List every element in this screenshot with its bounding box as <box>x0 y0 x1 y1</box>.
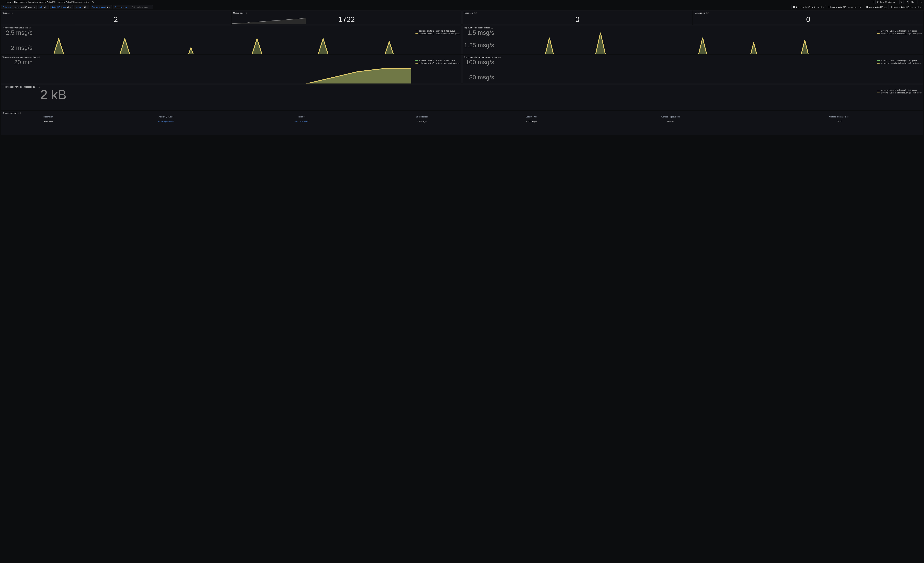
var-queue-name-input[interactable] <box>130 6 153 8</box>
panel-enqueue-rate[interactable]: Top queues by enqueue ratei 0 msg/s0.5 m… <box>1 25 462 54</box>
link-topic-overview[interactable]: Apache ActiveMQ topic overview <box>890 5 923 9</box>
stat-value: 1722 <box>338 15 355 24</box>
info-icon[interactable]: i <box>491 27 493 29</box>
info-icon[interactable]: i <box>244 12 247 14</box>
info-icon[interactable]: i <box>38 56 40 58</box>
legend-item[interactable]: activemq-cluster-1 - activemq-0 - test-q… <box>877 89 922 91</box>
time-range-picker[interactable]: Last 30 minutes ▾ <box>875 0 898 4</box>
legend: activemq-cluster-1 - activemq-0 - test-q… <box>877 30 922 54</box>
info-icon[interactable]: i <box>11 12 13 14</box>
summary-table: DestinationActiveMQ clusterInstanceEnque… <box>1 115 923 124</box>
var-queue-name[interactable]: Queue by name <box>113 5 153 9</box>
panel-expand-icon[interactable] <box>919 0 923 4</box>
svg-line-4 <box>92 2 93 2</box>
info-icon[interactable]: i <box>474 12 477 14</box>
share-icon[interactable] <box>92 0 94 3</box>
panel-dequeue-rate[interactable]: Top queues by dequeue ratei 0 msg/s0.25 … <box>462 25 923 54</box>
legend-item[interactable]: activemq-cluster-0 - static:activemq-0 -… <box>416 33 460 35</box>
var-label: Queue by name <box>113 5 129 9</box>
chart-canvas[interactable]: 0 msg/s0.25 msg/s0.5 msg/s0.75 msg/s1 ms… <box>464 30 876 54</box>
var-cluster[interactable]: ActiveMQ cluster All ▾ <box>51 5 73 9</box>
info-icon[interactable]: i <box>498 56 501 58</box>
info-icon[interactable]: i <box>18 112 21 114</box>
table-row[interactable]: test-queueactivemq-cluster-0static:activ… <box>1 119 923 124</box>
legend-item[interactable]: activemq-cluster-1 - activemq-0 - test-q… <box>877 30 922 32</box>
panel-title: Top queues by enqueue rate <box>2 27 28 29</box>
var-job[interactable]: Job All ▾ <box>38 5 49 9</box>
settings-icon[interactable] <box>870 0 874 4</box>
link-logs[interactable]: Apache ActiveMQ logs <box>864 5 889 9</box>
legend-item[interactable]: activemq-cluster-1 - activemq-0 - test-q… <box>416 30 460 32</box>
stat-value: 0 <box>806 15 810 24</box>
link-cluster-overview[interactable]: Apache ActiveMQ cluster overview <box>791 5 826 9</box>
table-cell: test-queue <box>1 119 96 124</box>
panel-expired-rate[interactable]: Top queues by expired message ratei 0 ms… <box>462 55 923 84</box>
svg-text:2.5 msg/s: 2.5 msg/s <box>6 30 33 36</box>
svg-point-1 <box>92 1 92 2</box>
chart-canvas[interactable]: 0 msg/s20 msg/s40 msg/s60 msg/s80 msg/s1… <box>464 60 876 84</box>
var-label: Top queue count <box>92 6 106 8</box>
legend-item[interactable]: activemq-cluster-0 - static:activemq-0 -… <box>877 92 922 94</box>
legend-item[interactable]: activemq-cluster-0 - static:activemq-0 -… <box>877 33 922 35</box>
crumb-home[interactable]: Home <box>6 1 11 3</box>
breadcrumbs: Home› Dashboards› Integration - Apache A… <box>6 1 90 3</box>
crumb-dashboards[interactable]: Dashboards <box>14 1 25 3</box>
chart-canvas[interactable]: 0 B500 B1 kB1.50 kB2 kB13:47:0013:48:001… <box>2 89 876 110</box>
var-value: All <box>44 6 45 8</box>
var-topn[interactable]: Top queue count 4 ▾ <box>90 5 112 9</box>
legend-swatch <box>416 60 418 61</box>
var-label: ActiveMQ cluster <box>52 6 66 8</box>
table-header[interactable]: Dequeue rate <box>477 115 587 119</box>
crumb-integration[interactable]: Integration - Apache ActiveMQ <box>28 1 56 3</box>
panel-queue-summary[interactable]: Queue summaryi DestinationActiveMQ clust… <box>1 111 923 135</box>
legend-item[interactable]: activemq-cluster-0 - static:activemq-0 -… <box>877 62 922 64</box>
info-icon[interactable]: i <box>38 86 40 88</box>
dashboard-icon <box>891 6 893 8</box>
refresh-icon[interactable] <box>904 0 909 4</box>
legend-swatch <box>877 63 880 64</box>
panel-queue-size[interactable]: Queue sizei 1722 <box>231 10 462 25</box>
panel-enqueue-time[interactable]: Top queues by average enqueue timei 10 m… <box>1 55 462 84</box>
panel-producers[interactable]: Producersi 0 <box>462 10 693 25</box>
dashboard-icon <box>829 6 831 8</box>
svg-text:100 msg/s: 100 msg/s <box>466 60 494 66</box>
zoom-out-icon[interactable] <box>899 0 903 4</box>
chevron-down-icon: ▾ <box>896 1 897 3</box>
legend-swatch <box>877 93 880 93</box>
panel-queues[interactable]: Queuesi 2 <box>1 10 231 25</box>
refresh-interval-picker[interactable]: 30s ▾ <box>910 0 918 4</box>
table-header[interactable]: Average message size <box>754 115 923 119</box>
legend-item[interactable]: activemq-cluster-0 - static:activemq-0 -… <box>416 62 460 64</box>
var-label: Data source <box>3 6 13 8</box>
table-cell: 0.333 msg/s <box>477 119 587 124</box>
legend-item[interactable]: activemq-cluster-1 - activemq-0 - test-q… <box>416 60 460 61</box>
table-cell[interactable]: activemq-cluster-0 <box>96 119 236 124</box>
dashboard-icon <box>793 6 795 8</box>
panel-consumers[interactable]: Consumersi 0 <box>693 10 923 25</box>
table-header[interactable]: ActiveMQ cluster <box>96 115 236 119</box>
svg-text:80 msg/s: 80 msg/s <box>469 74 494 81</box>
panel-msg-size[interactable]: Top queues by average message sizei 0 B5… <box>1 84 923 110</box>
svg-text:2 msg/s: 2 msg/s <box>11 44 33 51</box>
dashboard-grid: Queuesi 2 Queue sizei 1722 Producersi <box>0 10 924 136</box>
table-header[interactable]: Destination <box>1 115 96 119</box>
svg-line-3 <box>92 1 93 1</box>
link-instance-overview[interactable]: Apache ActiveMQ instance overview <box>827 5 863 9</box>
legend-swatch <box>877 90 880 90</box>
chart-canvas[interactable]: 10 min13.3 min16.7 min20 min13:5013:5514… <box>2 60 414 84</box>
var-value: 4 <box>107 6 108 8</box>
info-icon[interactable]: i <box>29 27 32 29</box>
svg-text:2 kB: 2 kB <box>40 89 66 102</box>
legend-item[interactable]: activemq-cluster-1 - activemq-0 - test-q… <box>877 60 922 61</box>
panel-title: Consumers <box>695 12 705 14</box>
table-header[interactable]: Enqueue rate <box>367 115 476 119</box>
menu-toggle[interactable] <box>1 1 4 3</box>
table-header[interactable]: Average enqueue time <box>586 115 754 119</box>
table-header[interactable]: Instance <box>236 115 368 119</box>
var-instance[interactable]: Instance All ▾ <box>74 5 90 9</box>
info-icon[interactable]: i <box>706 12 708 14</box>
chart-canvas[interactable]: 0 msg/s0.5 msg/s1 msg/s1.5 msg/s2 msg/s2… <box>2 30 414 54</box>
table-cell[interactable]: static:activemq-0 <box>236 119 368 124</box>
var-datasource[interactable]: Data source grafanacloud-k3d-prom ▾ <box>1 5 37 9</box>
legend-swatch <box>877 31 880 31</box>
